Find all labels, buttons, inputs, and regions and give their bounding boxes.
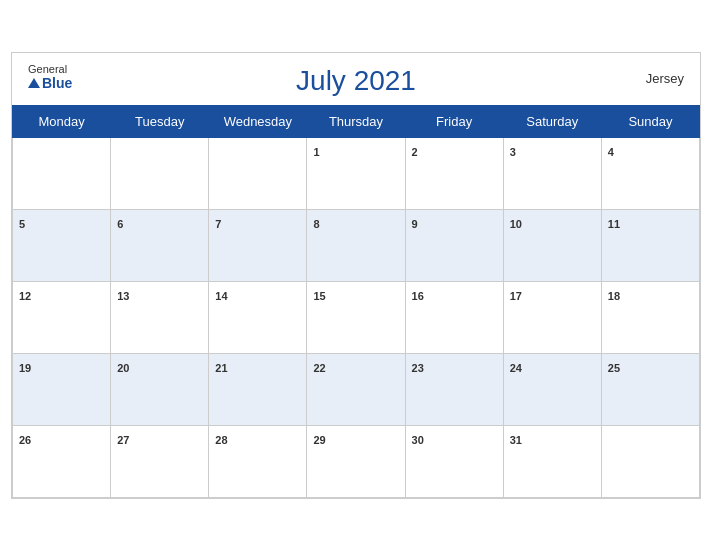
day-number: 6 [117, 218, 123, 230]
day-cell[interactable]: 20 [111, 353, 209, 425]
day-cell[interactable]: 31 [503, 425, 601, 497]
day-number: 25 [608, 362, 620, 374]
day-cell[interactable]: 14 [209, 281, 307, 353]
day-cell[interactable]: 8 [307, 209, 405, 281]
day-number: 18 [608, 290, 620, 302]
day-number: 1 [313, 146, 319, 158]
day-cell[interactable]: 18 [601, 281, 699, 353]
day-cell[interactable]: 6 [111, 209, 209, 281]
day-cell[interactable]: 26 [13, 425, 111, 497]
day-cell[interactable]: 29 [307, 425, 405, 497]
day-number: 10 [510, 218, 522, 230]
day-cell[interactable]: 27 [111, 425, 209, 497]
day-number: 3 [510, 146, 516, 158]
logo: General Blue [28, 63, 72, 91]
day-cell[interactable]: 21 [209, 353, 307, 425]
day-number: 14 [215, 290, 227, 302]
header-friday: Friday [405, 105, 503, 137]
day-number: 31 [510, 434, 522, 446]
logo-triangle-icon [28, 78, 40, 88]
day-cell[interactable] [13, 137, 111, 209]
day-number: 12 [19, 290, 31, 302]
day-cell[interactable]: 9 [405, 209, 503, 281]
week-row-5: 262728293031 [13, 425, 700, 497]
day-cell[interactable]: 28 [209, 425, 307, 497]
day-cell[interactable]: 19 [13, 353, 111, 425]
week-row-4: 19202122232425 [13, 353, 700, 425]
day-number: 8 [313, 218, 319, 230]
day-number: 22 [313, 362, 325, 374]
calendar: General Blue July 2021 Jersey Monday Tue… [11, 52, 701, 499]
week-row-2: 567891011 [13, 209, 700, 281]
day-cell[interactable]: 1 [307, 137, 405, 209]
day-number: 21 [215, 362, 227, 374]
region-label: Jersey [646, 71, 684, 86]
day-number: 9 [412, 218, 418, 230]
day-number: 30 [412, 434, 424, 446]
calendar-header: General Blue July 2021 Jersey [12, 53, 700, 105]
day-cell[interactable]: 12 [13, 281, 111, 353]
day-number: 26 [19, 434, 31, 446]
header-tuesday: Tuesday [111, 105, 209, 137]
day-cell[interactable]: 13 [111, 281, 209, 353]
day-number: 28 [215, 434, 227, 446]
day-cell[interactable]: 15 [307, 281, 405, 353]
logo-blue-text: Blue [28, 75, 72, 91]
day-number: 4 [608, 146, 614, 158]
day-cell[interactable]: 5 [13, 209, 111, 281]
day-cell[interactable]: 11 [601, 209, 699, 281]
day-number: 2 [412, 146, 418, 158]
header-wednesday: Wednesday [209, 105, 307, 137]
header-sunday: Sunday [601, 105, 699, 137]
day-cell[interactable]: 2 [405, 137, 503, 209]
day-cell[interactable] [111, 137, 209, 209]
header-monday: Monday [13, 105, 111, 137]
day-number: 24 [510, 362, 522, 374]
weekday-header-row: Monday Tuesday Wednesday Thursday Friday… [13, 105, 700, 137]
day-cell[interactable] [209, 137, 307, 209]
header-thursday: Thursday [307, 105, 405, 137]
day-cell[interactable]: 22 [307, 353, 405, 425]
day-cell[interactable] [601, 425, 699, 497]
day-cell[interactable]: 17 [503, 281, 601, 353]
day-number: 17 [510, 290, 522, 302]
day-number: 23 [412, 362, 424, 374]
day-cell[interactable]: 3 [503, 137, 601, 209]
day-cell[interactable]: 10 [503, 209, 601, 281]
day-cell[interactable]: 25 [601, 353, 699, 425]
day-number: 11 [608, 218, 620, 230]
header-saturday: Saturday [503, 105, 601, 137]
day-cell[interactable]: 23 [405, 353, 503, 425]
day-number: 15 [313, 290, 325, 302]
day-number: 29 [313, 434, 325, 446]
week-row-1: 1234 [13, 137, 700, 209]
day-cell[interactable]: 7 [209, 209, 307, 281]
day-number: 16 [412, 290, 424, 302]
day-number: 5 [19, 218, 25, 230]
day-number: 13 [117, 290, 129, 302]
month-title: July 2021 [296, 65, 416, 97]
day-cell[interactable]: 4 [601, 137, 699, 209]
calendar-table: Monday Tuesday Wednesday Thursday Friday… [12, 105, 700, 498]
day-cell[interactable]: 24 [503, 353, 601, 425]
day-cell[interactable]: 16 [405, 281, 503, 353]
logo-general-text: General [28, 63, 67, 75]
day-cell[interactable]: 30 [405, 425, 503, 497]
day-number: 20 [117, 362, 129, 374]
day-number: 7 [215, 218, 221, 230]
day-number: 19 [19, 362, 31, 374]
day-number: 27 [117, 434, 129, 446]
week-row-3: 12131415161718 [13, 281, 700, 353]
